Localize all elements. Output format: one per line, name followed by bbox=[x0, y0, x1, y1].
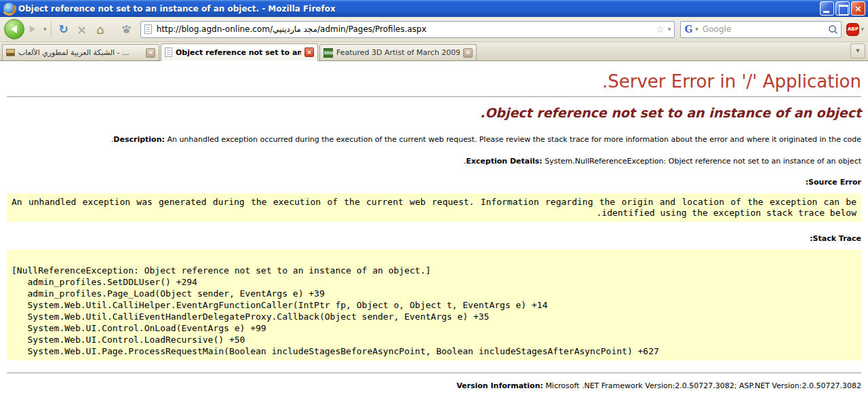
tab-error-page[interactable]: Object reference not set to an in... × bbox=[161, 43, 318, 61]
source-error-label: Source Error: bbox=[7, 178, 861, 187]
exception-details-line: Exception Details: System.NullReferenceE… bbox=[7, 156, 861, 166]
search-engine-dropdown-icon[interactable]: ▼ bbox=[695, 27, 698, 31]
adblock-plus-button[interactable]: ABP ▼ bbox=[846, 23, 864, 36]
tab-close-icon[interactable]: × bbox=[463, 48, 473, 58]
stack-trace-label: Stack Trace: bbox=[7, 234, 861, 243]
tab-label: الشبكة العربية لمطوري الألعاب - ... bbox=[18, 48, 142, 57]
description-line: Description: An unhandled exception occu… bbox=[7, 134, 861, 145]
bookmark-star-icon[interactable]: ☆ bbox=[656, 24, 665, 34]
source-error-box: An unhandled exception was generated dur… bbox=[7, 193, 861, 222]
back-button[interactable] bbox=[4, 19, 24, 39]
3du-favicon: 3DU bbox=[323, 48, 333, 58]
site-favicon-icon[interactable] bbox=[144, 24, 152, 34]
title-bar: Object reference not set to an instance … bbox=[0, 0, 868, 17]
firefox-logo-icon bbox=[3, 3, 15, 14]
adblock-dropdown-icon[interactable]: ▼ bbox=[861, 27, 864, 31]
window-title: Object reference not set to an instance … bbox=[18, 4, 818, 14]
tab-agdn-network[interactable]: الشبكة العربية لمطوري الألعاب - ... × bbox=[2, 44, 159, 60]
exception-details-label: Exception Details: bbox=[466, 157, 542, 166]
home-button[interactable]: ⌂ bbox=[92, 21, 108, 37]
tab-close-icon[interactable]: × bbox=[304, 48, 314, 57]
location-dropdown-icon[interactable]: ▼ bbox=[668, 27, 671, 31]
location-bar[interactable]: ☆ ▼ bbox=[140, 21, 675, 38]
stack-trace-text: [NullReferenceException: Object referenc… bbox=[12, 253, 856, 357]
tab-close-icon[interactable]: × bbox=[146, 48, 155, 58]
search-bar[interactable]: G ▼ bbox=[680, 21, 842, 38]
version-label: Version Information: bbox=[456, 381, 543, 390]
version-line: Version Information: Microsoft .NET Fram… bbox=[7, 381, 861, 390]
close-button[interactable]: × bbox=[851, 1, 865, 16]
image-favicon bbox=[6, 49, 15, 56]
toolbar-separator bbox=[51, 21, 52, 37]
reload-button[interactable]: ↻ bbox=[56, 21, 72, 37]
stack-trace-box: [NullReferenceException: Object referenc… bbox=[7, 250, 861, 360]
firefox-window: Object reference not set to an instance … bbox=[0, 0, 868, 416]
forward-button[interactable] bbox=[26, 21, 41, 37]
history-dropdown-icon[interactable]: ▼ bbox=[43, 27, 47, 31]
search-icon[interactable] bbox=[828, 24, 837, 34]
paw-icon bbox=[121, 24, 132, 34]
google-engine-icon[interactable]: G bbox=[684, 24, 692, 34]
back-arrow-icon bbox=[7, 25, 17, 33]
browser-content: Server Error in '/' Application. Object … bbox=[0, 61, 868, 416]
version-text: Microsoft .NET Framework Version:2.0.507… bbox=[545, 381, 861, 390]
forward-arrow-icon bbox=[30, 26, 39, 33]
search-input[interactable] bbox=[701, 22, 825, 37]
error-page-subtitle: Object reference not set to an instance … bbox=[7, 105, 861, 121]
maximize-button[interactable] bbox=[835, 1, 850, 16]
stop-button[interactable]: × bbox=[74, 21, 90, 37]
minimize-button[interactable] bbox=[820, 1, 834, 16]
error-page-title: Server Error in '/' Application. bbox=[7, 72, 861, 92]
tab-label: Featured 3D Artist of March 2009 - Jas..… bbox=[336, 48, 460, 57]
divider bbox=[7, 373, 861, 373]
list-all-tabs-button[interactable]: ▼ bbox=[850, 43, 865, 58]
url-input[interactable] bbox=[155, 22, 653, 37]
description-text: An unhandled exception occurred during t… bbox=[111, 135, 861, 144]
tab-bar: الشبكة العربية لمطوري الألعاب - ... × Ob… bbox=[0, 42, 868, 61]
description-label: Description: bbox=[113, 135, 165, 144]
aspnet-error-page: Server Error in '/' Application. Object … bbox=[0, 61, 868, 390]
navigation-toolbar: ▼ ↻ × ⌂ ☆ ▼ G ▼ ABP ▼ bbox=[0, 17, 868, 42]
tab-3d-artist[interactable]: 3DU Featured 3D Artist of March 2009 - J… bbox=[319, 44, 477, 60]
chevron-down-icon: ▼ bbox=[856, 49, 859, 54]
divider bbox=[7, 96, 861, 97]
tab-label: Object reference not set to an in... bbox=[176, 48, 301, 57]
adblock-plus-icon: ABP bbox=[846, 23, 859, 36]
page-favicon bbox=[165, 48, 172, 57]
extension-button[interactable] bbox=[119, 21, 135, 37]
